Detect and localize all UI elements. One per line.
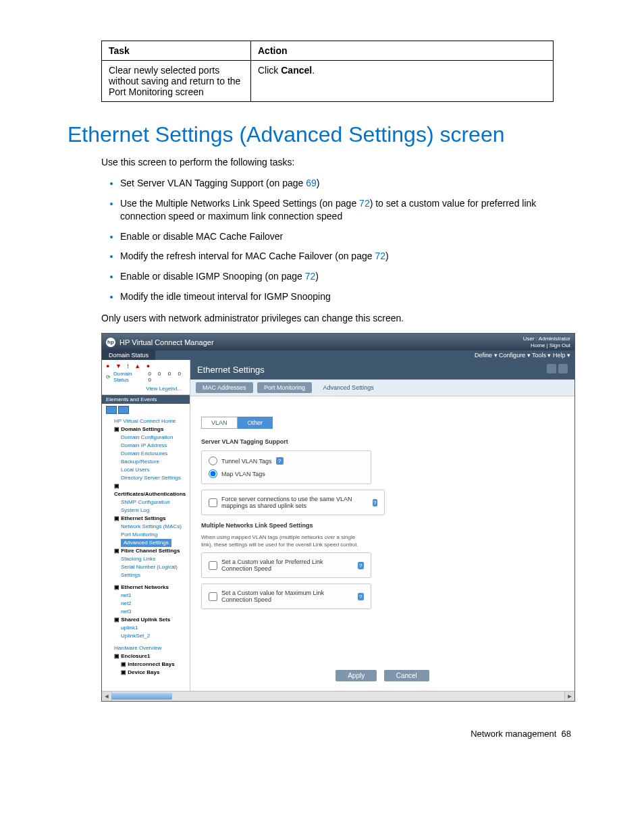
- tree-local-users[interactable]: Local Users: [107, 466, 187, 474]
- task-bullets: Set Server VLAN Tagging Support (on page…: [101, 177, 576, 303]
- app-screenshot: hp HP Virtual Connect Manager User : Adm…: [101, 333, 575, 702]
- tree-net1[interactable]: net1: [107, 592, 187, 600]
- scroll-left-arrow[interactable]: ◄: [102, 692, 112, 701]
- refresh-icon[interactable]: ⟳: [106, 374, 111, 380]
- expand-collapse-buttons[interactable]: [102, 404, 190, 416]
- info-icon[interactable]: ?: [276, 457, 284, 465]
- tree-uplink1[interactable]: uplink1: [107, 624, 187, 632]
- bullet-4: Modify the refresh interval for MAC Cach…: [120, 250, 576, 263]
- tree-dir-srv[interactable]: Directory Server Settings: [107, 474, 187, 482]
- tree-device-bays[interactable]: ▣ Device Bays: [107, 669, 187, 677]
- tree-domain-settings[interactable]: ▣ Domain Settings: [107, 425, 187, 434]
- scroll-right-arrow[interactable]: ►: [564, 692, 574, 701]
- tree-snmp[interactable]: SNMP Configuration: [107, 498, 187, 506]
- cancel-button[interactable]: Cancel: [384, 670, 429, 681]
- radio-tunnel-label: Tunnel VLAN Tags: [221, 458, 272, 465]
- titlebar: hp HP Virtual Connect Manager User : Adm…: [102, 334, 574, 350]
- bullet-5: Enable or disable IGMP Snooping (on page…: [120, 270, 576, 284]
- tree-cert[interactable]: ▣ Certificates/Authentications: [107, 482, 187, 498]
- apply-button[interactable]: Apply: [336, 670, 377, 681]
- hp-logo-icon: hp: [106, 338, 115, 347]
- scroll-thumb[interactable]: [111, 693, 172, 700]
- tree-eth-settings[interactable]: ▣ Ethernet Settings: [107, 515, 187, 523]
- section-title: Ethernet Settings (Advanced Settings) sc…: [68, 122, 576, 147]
- tree-serial[interactable]: Serial Number (Logical) Settings: [107, 563, 187, 579]
- check-pref-speed-label: Set a Custom value for Preferred Link Co…: [221, 558, 354, 572]
- privilege-note: Only users with network administrator pr…: [101, 313, 576, 323]
- tree-interconnect[interactable]: ▣ Interconnect Bays: [107, 660, 187, 669]
- linkspeed-title: Multiple Networks Link Speed Settings: [201, 522, 564, 529]
- print-icon[interactable]: [547, 364, 556, 373]
- action-cell: Click Cancel.: [251, 61, 554, 102]
- subtab-other[interactable]: Other: [238, 417, 273, 429]
- tree-adv-settings[interactable]: Advanced Settings: [107, 539, 187, 547]
- task-action-table: Task Action Clear newly selected ports w…: [101, 41, 554, 102]
- bullet-6: Modify the idle timeout interval for IGM…: [120, 290, 576, 304]
- help-icon[interactable]: [558, 364, 568, 373]
- tree-home[interactable]: HP Virtual Connect Home: [107, 417, 187, 425]
- check-force-label: Force server connections to use the same…: [221, 496, 369, 509]
- tree-net2[interactable]: net2: [107, 600, 187, 608]
- bullet-2: Use the Multiple Networks Link Speed Set…: [120, 197, 576, 224]
- horizontal-scrollbar[interactable]: ◄ ►: [102, 691, 574, 701]
- user-label: User : Administrator: [523, 336, 570, 342]
- main-title: Ethernet Settings: [197, 365, 265, 375]
- linkspeed-note: When using mapped VLAN tags (multiple ne…: [201, 534, 363, 548]
- domain-status-tab[interactable]: Domain Status: [102, 350, 155, 360]
- tree-domain-ip[interactable]: Domain IP Address: [107, 442, 187, 450]
- radio-map[interactable]: [209, 469, 217, 478]
- status-icons: ● ▼ ! ▲ ●: [106, 363, 186, 369]
- tree-domain-enc[interactable]: Domain Enclosures: [107, 450, 187, 458]
- task-cell: Clear newly selected ports without savin…: [102, 61, 251, 102]
- tree-uplinkset2[interactable]: UplinkSet_2: [107, 632, 187, 640]
- page-link-72c[interactable]: 72: [305, 271, 316, 282]
- action-suffix: .: [312, 65, 315, 76]
- tree-net3[interactable]: net3: [107, 608, 187, 616]
- tree-shared[interactable]: ▣ Shared Uplink Sets: [107, 616, 187, 624]
- tree-domain-config[interactable]: Domain Configuration: [107, 434, 187, 442]
- tree-syslog[interactable]: System Log: [107, 506, 187, 515]
- check-force[interactable]: [209, 498, 217, 507]
- menubar: Domain Status Define ▾ Configure ▾ Tools…: [102, 350, 574, 360]
- tree-eth-networks[interactable]: ▣ Ethernet Networks: [107, 583, 187, 592]
- sidebar: ● ▼ ! ▲ ● ⟳ Domain Status 0 0 0 0 0 View…: [102, 360, 190, 691]
- tab-row: MAC Addresses Port Monitoring Advanced S…: [190, 380, 574, 396]
- action-prefix: Click: [258, 65, 281, 76]
- tab-adv[interactable]: Advanced Settings: [317, 382, 381, 393]
- th-action: Action: [251, 41, 554, 61]
- menu-items[interactable]: Define ▾ Configure ▾ Tools ▾ Help ▾: [475, 352, 570, 359]
- tab-mac[interactable]: MAC Addresses: [196, 382, 253, 393]
- info-icon[interactable]: ?: [358, 593, 364, 600]
- tree-fc-settings[interactable]: ▣ Fibre Channel Settings: [107, 547, 187, 555]
- tree-enclosure[interactable]: ▣ Enclosure1: [107, 652, 187, 660]
- radio-tunnel[interactable]: [209, 457, 217, 465]
- th-task: Task: [102, 41, 251, 61]
- info-icon[interactable]: ?: [358, 562, 364, 569]
- check-pref-speed[interactable]: [209, 561, 217, 570]
- app-title: HP Virtual Connect Manager: [119, 338, 214, 346]
- tree-backup[interactable]: Backup/Restore: [107, 458, 187, 466]
- nav-tree: HP Virtual Connect Home ▣ Domain Setting…: [102, 416, 190, 682]
- page-link-72a[interactable]: 72: [359, 198, 370, 209]
- page-link-72b[interactable]: 72: [375, 251, 385, 261]
- view-legend-link[interactable]: View Legend...: [106, 386, 186, 392]
- subtab-vlan[interactable]: VLAN: [201, 417, 238, 429]
- domain-status-link[interactable]: Domain Status: [113, 371, 142, 383]
- page-footer: Network management 68: [68, 729, 576, 739]
- status-counts: 0 0 0 0 0: [148, 371, 186, 383]
- info-icon[interactable]: ?: [373, 499, 377, 506]
- tree-net-macs[interactable]: Network Settings (MACs): [107, 523, 187, 531]
- action-bold: Cancel: [281, 65, 312, 76]
- home-signout[interactable]: Home | Sign Out: [523, 342, 570, 349]
- tree-hw-overview[interactable]: Hardware Overview: [107, 644, 187, 652]
- tree-stacking[interactable]: Stacking Links: [107, 555, 187, 563]
- check-max-speed[interactable]: [209, 592, 217, 601]
- tree-port-mon[interactable]: Port Monitoring: [107, 531, 187, 539]
- elements-events-header: Elements and Events: [102, 395, 190, 404]
- intro-text: Use this screen to perform the following…: [101, 157, 576, 167]
- tab-port[interactable]: Port Monitoring: [257, 382, 312, 393]
- bullet-3: Enable or disable MAC Cache Failover: [120, 230, 576, 244]
- footer-section: Network management: [471, 729, 556, 739]
- page-link-69[interactable]: 69: [306, 178, 317, 188]
- vlan-section-title: Server VLAN Tagging Support: [201, 438, 564, 445]
